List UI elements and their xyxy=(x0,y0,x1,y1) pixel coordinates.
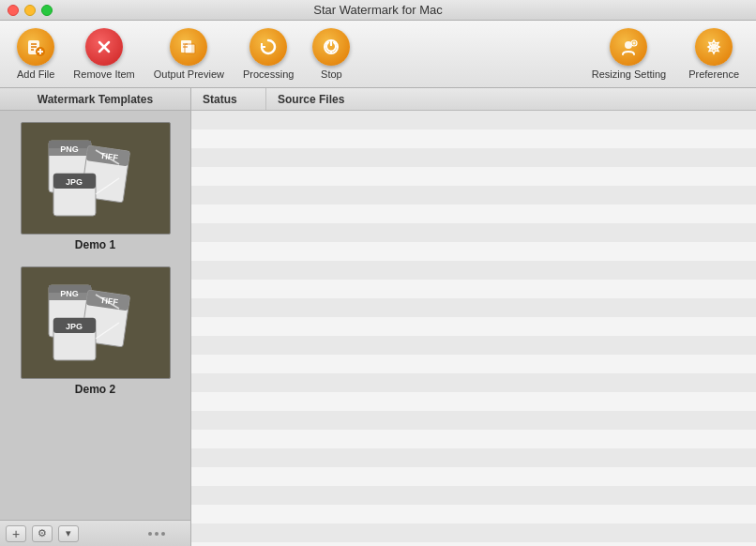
left-panel-header: Watermark Templates xyxy=(0,88,190,111)
file-list-row[interactable] xyxy=(191,261,756,280)
add-file-label: Add File xyxy=(17,68,54,80)
file-list-row[interactable] xyxy=(191,373,756,392)
right-panel: Status Source Files xyxy=(191,88,756,546)
file-list-row[interactable] xyxy=(191,317,756,336)
svg-text:PNG: PNG xyxy=(60,289,79,298)
svg-rect-10 xyxy=(185,44,195,53)
file-list-row[interactable] xyxy=(191,523,756,542)
add-file-icon xyxy=(17,28,54,66)
panel-resize-handle[interactable] xyxy=(129,531,185,537)
template-item-demo2[interactable]: PNG TIFF JPG Demo 2 xyxy=(4,263,187,400)
template-label-demo1: Demo 1 xyxy=(75,238,115,251)
file-list-row[interactable] xyxy=(191,430,756,448)
file-list-row[interactable] xyxy=(191,148,756,167)
file-list-row[interactable] xyxy=(191,167,756,186)
file-list-row[interactable] xyxy=(191,280,756,298)
svg-text:JPG: JPG xyxy=(65,322,82,331)
close-button[interactable] xyxy=(8,5,19,16)
left-panel: Watermark Templates PNG xyxy=(0,88,191,546)
svg-text:JPG: JPG xyxy=(65,177,82,187)
file-list-row[interactable] xyxy=(191,392,756,411)
output-preview-button[interactable]: Output Preview xyxy=(144,24,234,83)
add-template-button[interactable]: + xyxy=(6,525,26,542)
file-list-row[interactable] xyxy=(191,242,756,261)
output-preview-label: Output Preview xyxy=(154,68,224,80)
file-list xyxy=(191,111,756,546)
processing-button[interactable]: Processing xyxy=(234,24,303,83)
resizing-setting-label: Resizing Setting xyxy=(592,68,667,80)
template-list: PNG TIFF JPG Demo 1 xyxy=(0,111,190,520)
output-preview-icon xyxy=(170,28,207,66)
minimize-button[interactable] xyxy=(24,5,36,16)
file-list-row[interactable] xyxy=(191,223,756,242)
processing-label: Processing xyxy=(243,68,294,80)
file-list-row[interactable] xyxy=(191,186,756,205)
stop-button[interactable]: Stop xyxy=(303,24,359,83)
status-column-header: Status xyxy=(191,88,266,110)
file-list-row[interactable] xyxy=(191,486,756,505)
right-panel-header: Status Source Files xyxy=(191,88,756,111)
remove-item-button[interactable]: Remove Item xyxy=(64,24,144,83)
source-files-column-header: Source Files xyxy=(266,93,756,106)
file-list-row[interactable] xyxy=(191,448,756,467)
processing-icon xyxy=(249,28,287,66)
toolbar-right: Resizing Setting Preference xyxy=(582,24,748,83)
template-thumb-demo2: PNG TIFF JPG xyxy=(21,266,171,379)
file-list-row[interactable] xyxy=(191,411,756,430)
resizing-setting-button[interactable]: Resizing Setting xyxy=(582,24,676,83)
maximize-button[interactable] xyxy=(41,5,53,16)
window-title: Star Watermark for Mac xyxy=(313,3,442,17)
template-arrow-button[interactable]: ▾ xyxy=(58,525,79,542)
file-list-row[interactable] xyxy=(191,505,756,523)
preference-label: Preference xyxy=(688,68,739,80)
template-item-demo1[interactable]: PNG TIFF JPG Demo 1 xyxy=(4,118,187,255)
file-list-row[interactable] xyxy=(191,336,756,355)
preference-icon xyxy=(695,28,733,66)
template-thumb-demo1: PNG TIFF JPG xyxy=(21,122,171,235)
template-label-demo2: Demo 2 xyxy=(75,383,115,396)
preference-button[interactable]: Preference xyxy=(679,24,748,83)
file-list-row[interactable] xyxy=(191,129,756,148)
file-list-row[interactable] xyxy=(191,355,756,373)
toolbar: Add File Remove Item Outpu xyxy=(0,21,756,88)
template-settings-button[interactable]: ⚙ xyxy=(32,525,53,542)
file-list-row[interactable] xyxy=(191,111,756,129)
resize-dots xyxy=(148,532,165,536)
stop-label: Stop xyxy=(321,68,342,80)
remove-item-label: Remove Item xyxy=(73,68,134,80)
toolbar-left: Add File Remove Item Outpu xyxy=(8,24,582,83)
file-list-row[interactable] xyxy=(191,542,756,546)
resizing-setting-icon xyxy=(610,28,647,66)
main-content: Watermark Templates PNG xyxy=(0,88,756,546)
file-list-row[interactable] xyxy=(191,298,756,317)
traffic-lights xyxy=(8,5,53,16)
titlebar: Star Watermark for Mac xyxy=(0,0,756,21)
file-list-row[interactable] xyxy=(191,467,756,486)
file-list-row[interactable] xyxy=(191,205,756,223)
add-file-button[interactable]: Add File xyxy=(8,24,64,83)
remove-item-icon xyxy=(85,28,123,66)
svg-text:PNG: PNG xyxy=(60,144,79,154)
stop-icon xyxy=(312,28,350,66)
svg-point-21 xyxy=(711,44,718,51)
left-panel-bottom: + ⚙ ▾ xyxy=(0,520,190,546)
